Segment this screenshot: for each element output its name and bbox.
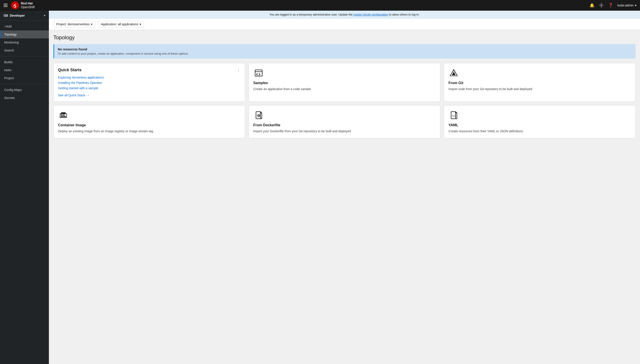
application-filter-label: Application: all applications [101, 22, 138, 26]
no-resources-alert: No resources found To add content to you… [53, 44, 635, 58]
container-icon [58, 110, 69, 120]
project-filter-caret: ▾ [91, 22, 92, 26]
sidebar-item-label: Topology [4, 33, 17, 36]
page-title: Topology [53, 34, 635, 40]
sidebar-item-topology[interactable]: Topology [0, 30, 49, 38]
yaml-card-title: YAML [449, 123, 631, 127]
yaml-card[interactable]: </> YAML Create resources from their YAM… [444, 105, 635, 138]
sidebar-perspective[interactable]: ⌨ Developer ▾ [0, 11, 49, 21]
sidebar-item-label: +Add [4, 25, 12, 28]
user-menu[interactable]: kube:admin ▾ [617, 4, 636, 7]
sidebar-item-builds[interactable]: Builds [0, 58, 49, 66]
from-dockerfile-card-title: From Dockerfile [253, 123, 436, 127]
svg-rect-10 [63, 114, 65, 116]
sidebar-item-label: Config Maps [4, 88, 22, 92]
perspective-icon: ⌨ [4, 14, 8, 17]
project-filter[interactable]: Project: demoserverless ▾ [53, 21, 95, 28]
sidebar-item-search[interactable]: Search [0, 46, 49, 54]
quick-start-link-sample[interactable]: Getting started with a sample [58, 86, 241, 90]
svg-rect-1 [255, 70, 262, 76]
user-menu-caret: ▾ [635, 4, 636, 7]
add-icon[interactable]: ➕ [599, 3, 604, 8]
container-image-card[interactable]: Container Image Deploy an existing image… [53, 105, 245, 138]
sidebar-item-project[interactable]: Project [0, 74, 49, 82]
sidebar-item-helm[interactable]: Helm [0, 66, 49, 74]
svg-rect-9 [61, 114, 62, 116]
from-git-card[interactable]: From Git Import code from your Git repos… [444, 63, 635, 102]
help-icon[interactable]: ❓ [608, 3, 613, 8]
alert-description: To add content to your project, create a… [58, 52, 632, 55]
application-filter-caret: ▾ [140, 22, 141, 26]
from-dockerfile-card[interactable]: From Dockerfile Import your Dockerfile f… [249, 105, 441, 138]
redhat-logo [11, 1, 19, 9]
info-banner: You are logged in as a temporary adminis… [49, 11, 640, 19]
cards-grid: Quick Starts ⋮ Exploring Serverless appl… [53, 63, 635, 138]
samples-icon [253, 68, 264, 78]
user-name: kube:admin [617, 4, 633, 7]
see-all-arrow-icon: → [87, 94, 90, 97]
from-dockerfile-card-desc: Import your Dockerfile from your Git rep… [253, 129, 436, 134]
sidebar-item-label: Search [4, 48, 14, 52]
content-scroll: Topology No resources found To add conte… [49, 30, 640, 364]
application-filter[interactable]: Application: all applications ▾ [98, 21, 144, 28]
container-image-card-title: Container Image [58, 123, 241, 127]
sidebar-item-label: Builds [4, 60, 13, 64]
oauth-config-link[interactable]: cluster OAuth configuration [353, 13, 388, 16]
dockerfile-icon [253, 110, 264, 120]
svg-point-14 [258, 115, 259, 116]
hamburger-menu[interactable] [4, 4, 8, 7]
perspective-caret: ▾ [44, 14, 45, 17]
content-area: You are logged in as a temporary adminis… [49, 11, 640, 364]
from-git-card-desc: Import code from your Git repository to … [449, 87, 631, 92]
samples-card-desc: Create an application from a code sample [253, 87, 436, 92]
quick-starts-header: Quick Starts ⋮ [58, 68, 241, 72]
git-icon [449, 68, 459, 78]
quick-starts-kebab-icon[interactable]: ⋮ [237, 68, 241, 72]
sidebar-item-secrets[interactable]: Secrets [0, 94, 49, 102]
content-toolbar: Project: demoserverless ▾ Application: a… [49, 19, 640, 30]
logo-area: Red Hat OpenShift [11, 1, 35, 9]
quick-start-link-pipelines[interactable]: Installing the Pipelines Operator [58, 81, 241, 84]
banner-text-after: to allow others to log in. [388, 13, 419, 16]
quick-starts-card: Quick Starts ⋮ Exploring Serverless appl… [53, 63, 245, 102]
project-filter-label: Project: demoserverless [56, 22, 90, 26]
see-all-quick-starts-link[interactable]: See all Quick Starts → [58, 94, 241, 97]
container-image-card-desc: Deploy an existing image from an image r… [58, 129, 241, 134]
samples-card-title: Samples [253, 81, 436, 85]
svg-rect-11 [61, 116, 66, 117]
quick-starts-title: Quick Starts [58, 68, 82, 72]
sidebar: ⌨ Developer ▾ +Add Topology Monitoring S… [0, 11, 49, 364]
top-nav-icons: 🔔 ➕ ❓ kube:admin ▾ [589, 3, 636, 8]
perspective-label: Developer [10, 14, 42, 17]
sidebar-item-label: Monitoring [4, 40, 19, 44]
sidebar-nav: +Add Topology Monitoring Search Builds H… [0, 21, 49, 104]
yaml-icon: </> [449, 110, 459, 120]
logo-text: Red Hat OpenShift [21, 2, 35, 9]
top-nav: Red Hat OpenShift 🔔 ➕ ❓ kube:admin ▾ [0, 0, 640, 11]
svg-rect-7 [61, 112, 66, 114]
svg-text:</>: </> [452, 115, 456, 117]
sidebar-item-add[interactable]: +Add [0, 22, 49, 30]
sidebar-item-label: Secrets [4, 96, 15, 100]
notifications-icon[interactable]: 🔔 [589, 3, 594, 8]
quick-start-link-serverless[interactable]: Exploring Serverless applications [58, 76, 241, 79]
sidebar-divider [0, 56, 49, 56]
sidebar-item-configmaps[interactable]: Config Maps [0, 86, 49, 94]
from-git-card-title: From Git [449, 81, 631, 85]
yaml-card-desc: Create resources from their YAML or JSON… [449, 129, 631, 134]
sidebar-item-monitoring[interactable]: Monitoring [0, 38, 49, 46]
banner-text-before: You are logged in as a temporary adminis… [270, 13, 353, 16]
sidebar-item-label: Helm [4, 68, 12, 72]
sidebar-item-label: Project [4, 76, 14, 80]
alert-title: No resources found [58, 48, 632, 51]
samples-card[interactable]: Samples Create an application from a cod… [249, 63, 441, 102]
svg-point-0 [11, 1, 19, 9]
